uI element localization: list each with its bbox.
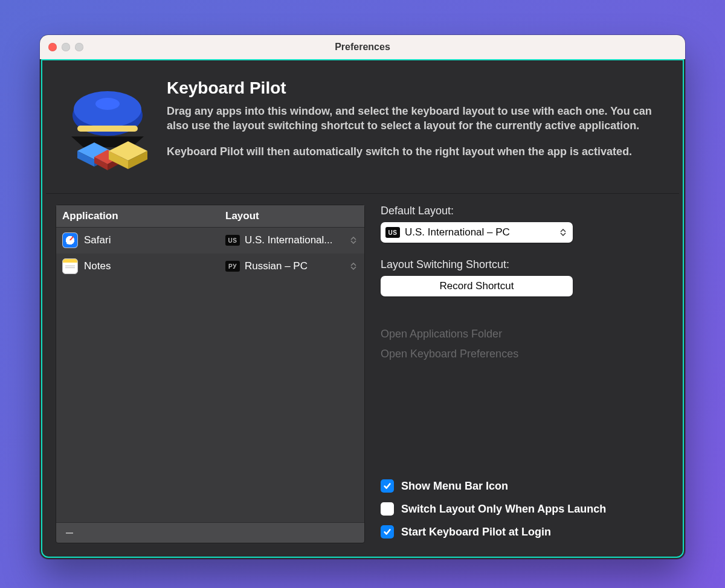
checkbox-label: Show Menu Bar Icon (401, 480, 508, 493)
window-content: Keyboard Pilot Drag any apps into this w… (41, 59, 684, 558)
record-shortcut-button[interactable]: Record Shortcut (381, 276, 573, 296)
app-title: Keyboard Pilot (167, 78, 666, 98)
flag-badge: РУ (225, 261, 240, 272)
svg-point-2 (95, 98, 120, 110)
app-name-cell: Notes (84, 260, 111, 272)
checkbox-label: Switch Layout Only When Apps Launch (401, 503, 606, 516)
remove-row-button[interactable] (63, 527, 76, 539)
table-footer (56, 522, 364, 543)
switch-layout-on-launch-checkbox[interactable]: Switch Layout Only When Apps Launch (381, 502, 669, 516)
layout-select[interactable]: US U.S. International... (225, 234, 358, 246)
zoom-button[interactable] (75, 43, 83, 51)
checkbox-icon (381, 525, 394, 538)
layout-name-cell: Russian – PC (245, 260, 308, 272)
default-layout-popup[interactable]: US U.S. International – PC (381, 222, 573, 243)
stepper-icon[interactable] (349, 234, 358, 246)
app-icon (59, 76, 156, 173)
safari-icon (62, 232, 78, 248)
side-panel: Default Layout: US U.S. International – … (381, 205, 669, 543)
main-area: Application Layout Safari US U.S. Intern… (42, 194, 683, 557)
svg-rect-3 (77, 126, 138, 132)
layout-name-cell: U.S. International... (245, 234, 333, 246)
table-row[interactable]: Notes РУ Russian – PC (56, 254, 364, 280)
shortcut-section: Layout Switching Shortcut: Record Shortc… (381, 258, 669, 296)
notes-icon (62, 258, 78, 274)
header-text: Keyboard Pilot Drag any apps into this w… (167, 76, 666, 173)
close-button[interactable] (48, 43, 57, 51)
flag-badge: US (225, 235, 240, 246)
preferences-window: Preferences (40, 35, 685, 559)
table-row[interactable]: Safari US U.S. International... (56, 228, 364, 254)
checkbox-label: Start Keyboard Pilot at Login (401, 526, 551, 538)
default-layout-label: Default Layout: (381, 205, 669, 217)
default-layout-section: Default Layout: US U.S. International – … (381, 205, 669, 243)
open-keyboard-preferences-button[interactable]: Open Keyboard Preferences (381, 344, 669, 364)
checkbox-group: Show Menu Bar Icon Switch Layout Only Wh… (381, 479, 669, 538)
header: Keyboard Pilot Drag any apps into this w… (42, 60, 683, 193)
shortcut-label: Layout Switching Shortcut: (381, 258, 669, 271)
table-body[interactable]: Safari US U.S. International... (56, 228, 364, 522)
layout-select[interactable]: РУ Russian – PC (225, 260, 358, 272)
traffic-lights (48, 43, 83, 51)
window-titlebar[interactable]: Preferences (40, 35, 685, 59)
app-description-2: Keyboard Pilot will then automatically s… (167, 144, 666, 159)
table-header: Application Layout (56, 205, 364, 228)
stepper-icon (558, 226, 568, 238)
record-shortcut-label: Record Shortcut (440, 280, 514, 292)
links-section: Open Applications Folder Open Keyboard P… (381, 324, 669, 364)
default-layout-value: U.S. International – PC (405, 226, 510, 238)
stepper-icon[interactable] (349, 260, 358, 272)
app-description-1: Drag any apps into this window, and sele… (167, 104, 666, 133)
window-title: Preferences (40, 42, 685, 53)
svg-rect-4 (66, 532, 73, 534)
column-header-layout: Layout (225, 210, 358, 222)
minimize-button[interactable] (62, 43, 70, 51)
start-at-login-checkbox[interactable]: Start Keyboard Pilot at Login (381, 525, 669, 538)
column-header-application: Application (62, 210, 225, 222)
checkbox-icon (381, 479, 394, 493)
checkbox-icon (381, 502, 394, 516)
show-menu-bar-icon-checkbox[interactable]: Show Menu Bar Icon (381, 479, 669, 493)
open-applications-folder-button[interactable]: Open Applications Folder (381, 324, 669, 344)
app-name-cell: Safari (84, 234, 111, 246)
applications-table: Application Layout Safari US U.S. Intern… (56, 205, 365, 543)
flag-badge: US (385, 227, 400, 238)
